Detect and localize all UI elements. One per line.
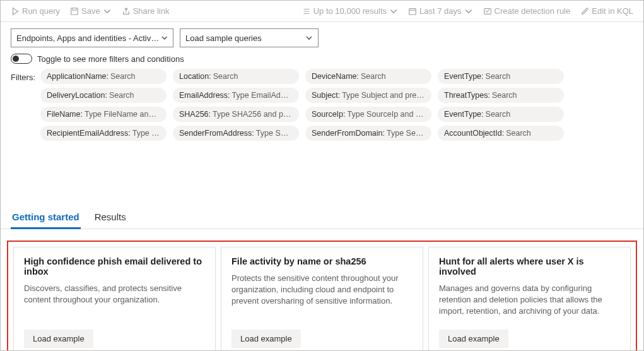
filter-key: EmailAddress: bbox=[179, 91, 230, 100]
filter-chip[interactable]: SourceIp: Type SourceIp and pre… bbox=[305, 107, 431, 122]
filter-value: Search bbox=[486, 110, 511, 119]
filter-key: DeviceName: bbox=[312, 72, 359, 81]
filter-chip[interactable]: Location: Search bbox=[173, 69, 299, 84]
filter-value: Type SHA256 and pres… bbox=[213, 110, 293, 119]
filter-chip[interactable]: Subject: Type Subject and press … bbox=[305, 88, 431, 103]
filter-value: Type Sende… bbox=[387, 129, 425, 138]
save-button[interactable]: Save bbox=[65, 3, 117, 20]
filter-key: Location: bbox=[179, 72, 211, 81]
filters-label: Filters: bbox=[11, 69, 35, 82]
run-query-button[interactable]: Run query bbox=[6, 3, 65, 20]
filter-chip[interactable]: FileName: Type FileName and pr… bbox=[40, 107, 167, 122]
filter-chip[interactable]: RecipientEmailAddress: Type Rec… bbox=[40, 126, 167, 141]
filter-chip[interactable]: SenderFromDomain: Type Sende… bbox=[305, 126, 431, 141]
calendar-icon bbox=[408, 7, 417, 16]
share-link-label: Share link bbox=[133, 6, 170, 16]
filter-key: AccountObjectId: bbox=[444, 129, 504, 138]
filter-key: SourceIp: bbox=[312, 110, 346, 119]
card-description: Manages and governs data by configuring … bbox=[439, 283, 620, 318]
detection-icon bbox=[483, 7, 492, 16]
filter-value: Type FileName and pr… bbox=[85, 110, 160, 119]
filter-value: Search bbox=[109, 91, 134, 100]
share-icon bbox=[122, 7, 131, 16]
tabs: Getting started Results bbox=[1, 206, 643, 229]
filter-chip[interactable]: DeliveryLocation: Search bbox=[40, 88, 167, 103]
example-card: High confidence phish email delivered to… bbox=[13, 247, 216, 351]
filters-toggle-label: Toggle to see more filters and condition… bbox=[37, 54, 184, 64]
play-icon bbox=[11, 7, 20, 16]
create-detection-button[interactable]: Create detection rule bbox=[478, 3, 576, 20]
filter-value: Type Send… bbox=[256, 129, 293, 138]
run-query-label: Run query bbox=[22, 6, 60, 16]
filter-key: EventType: bbox=[444, 72, 484, 81]
filter-value: Type EmailAddres… bbox=[232, 91, 293, 100]
tab-results[interactable]: Results bbox=[93, 206, 127, 229]
load-example-button[interactable]: Load example bbox=[231, 330, 301, 348]
tab-label: Results bbox=[95, 211, 126, 222]
scope-selector-value: Endpoints, Apps and identities - Activit… bbox=[16, 33, 161, 43]
filter-chip[interactable]: SHA256: Type SHA256 and pres… bbox=[173, 107, 299, 122]
filter-key: DeliveryLocation: bbox=[47, 91, 107, 100]
chevron-down-icon bbox=[161, 34, 168, 42]
filter-value: Search bbox=[213, 72, 238, 81]
filter-value: Type Rec… bbox=[132, 129, 160, 138]
card-title: High confidence phish email delivered to… bbox=[24, 256, 205, 277]
tab-label: Getting started bbox=[12, 211, 79, 222]
edit-kql-button[interactable]: Edit in KQL bbox=[575, 3, 638, 20]
share-link-button[interactable]: Share link bbox=[117, 3, 175, 20]
chevron-down-icon bbox=[464, 7, 473, 16]
example-card: File activity by name or sha256Protects … bbox=[221, 247, 423, 351]
card-title: File activity by name or sha256 bbox=[231, 256, 413, 266]
filter-chip[interactable]: EventType: Search bbox=[438, 107, 564, 122]
create-detection-label: Create detection rule bbox=[495, 6, 571, 16]
filter-key: SenderFromDomain: bbox=[312, 129, 385, 138]
filter-chip[interactable]: EmailAddress: Type EmailAddres… bbox=[173, 88, 299, 103]
time-range-label: Last 7 days bbox=[419, 6, 462, 16]
filter-value: Type Subject and press … bbox=[342, 91, 425, 100]
list-icon bbox=[302, 7, 311, 16]
tab-getting-started[interactable]: Getting started bbox=[11, 206, 81, 229]
filter-key: ThreatTypes: bbox=[444, 91, 490, 100]
example-card: Hunt for all alerts where user X is invo… bbox=[428, 247, 631, 351]
results-limit-button[interactable]: Up to 10,000 results bbox=[297, 3, 403, 20]
sample-queries-selector[interactable]: Load sample queries bbox=[180, 28, 319, 47]
command-bar: Run query Save Share link Up to 10,000 r… bbox=[1, 1, 643, 22]
filters-toggle-row: Toggle to see more filters and condition… bbox=[1, 51, 643, 69]
filters-toggle[interactable] bbox=[11, 54, 32, 64]
load-example-button[interactable]: Load example bbox=[24, 330, 93, 348]
filter-key: ApplicationName: bbox=[47, 72, 108, 81]
filter-chip[interactable]: SenderFromAddress: Type Send… bbox=[173, 126, 299, 141]
filter-key: Subject: bbox=[312, 91, 340, 100]
filter-value: Search bbox=[486, 72, 511, 81]
save-icon bbox=[70, 7, 79, 16]
card-description: Protects the sensitive content throughou… bbox=[231, 273, 413, 307]
filter-key: SenderFromAddress: bbox=[179, 129, 254, 138]
filter-chip[interactable]: ThreatTypes: Search bbox=[438, 88, 564, 103]
filter-value: Search bbox=[506, 129, 531, 138]
filter-key: SHA256: bbox=[179, 110, 211, 119]
save-label: Save bbox=[81, 6, 100, 16]
page-frame: Run query Save Share link Up to 10,000 r… bbox=[0, 0, 644, 351]
filter-chip[interactable]: EventType: Search bbox=[438, 69, 564, 84]
sample-queries-value: Load sample queries bbox=[185, 33, 262, 43]
edit-icon bbox=[580, 7, 589, 16]
filter-chip[interactable]: ApplicationName: Search bbox=[40, 69, 167, 84]
load-example-button[interactable]: Load example bbox=[439, 330, 508, 348]
scope-selector[interactable]: Endpoints, Apps and identities - Activit… bbox=[11, 28, 173, 47]
filter-value: Search bbox=[492, 91, 517, 100]
chevron-down-icon bbox=[305, 34, 313, 42]
filter-chip[interactable]: AccountObjectId: Search bbox=[438, 126, 564, 141]
filter-value: Search bbox=[361, 72, 386, 81]
time-range-button[interactable]: Last 7 days bbox=[403, 3, 478, 20]
filter-key: RecipientEmailAddress: bbox=[47, 129, 131, 138]
selectors-row: Endpoints, Apps and identities - Activit… bbox=[1, 22, 643, 51]
filter-chip[interactable]: DeviceName: Search bbox=[305, 69, 431, 84]
filter-value: Type SourceIp and pre… bbox=[348, 110, 425, 119]
edit-kql-label: Edit in KQL bbox=[592, 6, 633, 16]
results-limit-label: Up to 10,000 results bbox=[313, 6, 387, 16]
chevron-down-icon bbox=[389, 7, 398, 16]
filters-section: Filters: ApplicationName: SearchLocation… bbox=[1, 69, 643, 146]
svg-rect-0 bbox=[71, 8, 78, 15]
filter-value: Search bbox=[110, 72, 136, 81]
filters-grid: ApplicationName: SearchLocation: SearchD… bbox=[40, 69, 564, 141]
